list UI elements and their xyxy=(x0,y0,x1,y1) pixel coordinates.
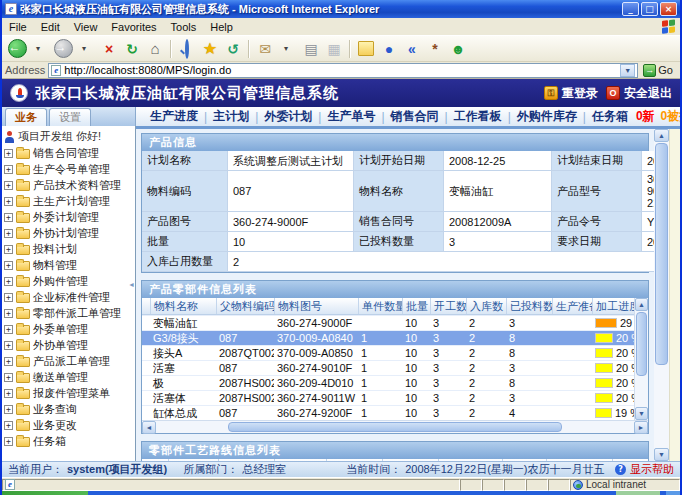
column-header[interactable]: 单件数量 xyxy=(358,298,402,314)
go-button[interactable]: → Go xyxy=(641,62,677,78)
table-row[interactable]: 接头A2087QT002370-009-A085011032820 % xyxy=(142,345,634,360)
taskbox-new-badge[interactable]: 0新 xyxy=(636,108,655,125)
relogin-button[interactable]: ⚿ 重登录 xyxy=(544,85,598,102)
sidebar-item[interactable]: +主生产计划管理 xyxy=(2,193,135,209)
expand-icon[interactable]: + xyxy=(4,421,13,430)
address-input[interactable]: e http://localhost:8080/MPS/login.do ▼ xyxy=(48,63,638,78)
table-row[interactable]: 极2087HS002360-209-4D01011032820 % xyxy=(142,375,634,390)
page-vertical-scrollbar[interactable]: ▲ ▼ xyxy=(654,129,669,461)
back-icon[interactable]: ← xyxy=(6,39,28,59)
table-row[interactable]: 活塞087360-274-9010F11032320 % xyxy=(142,360,634,375)
sidebar-item[interactable]: +生产令号单管理 xyxy=(2,161,135,177)
search-icon[interactable] xyxy=(176,39,198,59)
nav-item-6[interactable]: 工作看板 xyxy=(454,108,502,125)
column-header[interactable]: 批量 xyxy=(402,298,430,314)
close-button[interactable]: × xyxy=(660,2,677,16)
address-dropdown-icon[interactable]: ▼ xyxy=(620,64,635,77)
column-header[interactable]: 物料图号 xyxy=(274,298,358,314)
expand-icon[interactable]: + xyxy=(4,181,13,190)
parts-horizontal-scrollbar[interactable]: ◄ ► xyxy=(142,420,648,433)
splitter-collapse-icon[interactable]: ◄ xyxy=(128,281,135,288)
expand-icon[interactable]: + xyxy=(4,293,13,302)
column-header[interactable]: 已投料数 xyxy=(506,298,552,314)
column-header[interactable]: 物料名称 xyxy=(150,298,216,314)
sidebar-item[interactable]: +外购件管理 xyxy=(2,273,135,289)
sidebar-item[interactable]: +外协计划管理 xyxy=(2,225,135,241)
expand-icon[interactable]: + xyxy=(4,437,13,446)
nav-item-7[interactable]: 外购件库存 xyxy=(517,108,577,125)
sidebar-item[interactable]: +任务箱 xyxy=(2,433,135,449)
messenger-icon[interactable]: ☻ xyxy=(447,39,469,59)
scroll-left-icon[interactable]: ◄ xyxy=(142,421,156,434)
expand-icon[interactable]: + xyxy=(4,261,13,270)
sidebar-item[interactable]: +外协单管理 xyxy=(2,337,135,353)
sidebar-item[interactable]: +缴送单管理 xyxy=(2,369,135,385)
nav-item-8[interactable]: 任务箱 xyxy=(592,108,628,125)
sidebar-item[interactable]: +外委计划管理 xyxy=(2,209,135,225)
scroll-thumb[interactable] xyxy=(655,143,668,365)
discuss-icon[interactable]: « xyxy=(401,39,423,59)
column-header[interactable]: 入库数 xyxy=(466,298,506,314)
research-icon[interactable]: * xyxy=(424,39,446,59)
stop-icon[interactable]: × xyxy=(98,39,120,59)
refresh-icon[interactable]: ↻ xyxy=(121,39,143,59)
menu-file[interactable]: File xyxy=(2,21,34,33)
column-header[interactable]: 父物料编码 xyxy=(216,298,274,314)
column-header[interactable]: 加工进度 xyxy=(592,298,634,314)
sidebar-item[interactable]: +物料管理 xyxy=(2,257,135,273)
sidebar-item[interactable]: +业务查询 xyxy=(2,401,135,417)
sidebar-item[interactable]: +产品技术资料管理 xyxy=(2,177,135,193)
scroll-up-icon[interactable]: ▲ xyxy=(654,129,669,142)
sidebar-item[interactable]: +外委单管理 xyxy=(2,321,135,337)
taskbar-item[interactable] xyxy=(616,491,660,495)
expand-icon[interactable]: + xyxy=(4,213,13,222)
edit-icon[interactable]: ▦ xyxy=(323,39,345,59)
table-row[interactable]: G3/8接头087370-009-A084011032820 % xyxy=(142,330,634,345)
back-dropdown-icon[interactable]: ▾ xyxy=(29,39,51,59)
show-help-link[interactable]: 显示帮助 xyxy=(630,462,674,477)
menu-view[interactable]: View xyxy=(67,21,105,33)
sidebar-item[interactable]: +投料计划 xyxy=(2,241,135,257)
forward-dropdown-icon[interactable]: ▾ xyxy=(75,39,97,59)
expand-icon[interactable]: + xyxy=(4,165,13,174)
tab-settings[interactable]: 设置 xyxy=(49,108,91,126)
scroll-down-icon[interactable]: ▼ xyxy=(654,448,669,461)
expand-icon[interactable]: + xyxy=(4,389,13,398)
mail-icon[interactable]: ✉ xyxy=(254,39,276,59)
nav-item-5[interactable]: 销售合同 xyxy=(391,108,439,125)
sidebar-item[interactable]: +零部件派工单管理 xyxy=(2,305,135,321)
menu-tools[interactable]: Tools xyxy=(164,21,204,33)
expand-icon[interactable]: + xyxy=(4,197,13,206)
expand-icon[interactable]: + xyxy=(4,245,13,254)
history-icon[interactable]: ↺ xyxy=(222,39,244,59)
print-icon[interactable]: ▤ xyxy=(300,39,322,59)
expand-icon[interactable]: + xyxy=(4,325,13,334)
expand-icon[interactable]: + xyxy=(4,229,13,238)
forward-icon[interactable]: → xyxy=(52,39,74,59)
expand-icon[interactable]: + xyxy=(4,341,13,350)
scroll-up-icon[interactable]: ▲ xyxy=(635,298,648,311)
nav-item-3[interactable]: 外委计划 xyxy=(264,108,312,125)
scroll-thumb[interactable] xyxy=(636,312,647,376)
menu-favorites[interactable]: Favorites xyxy=(104,21,163,33)
sidebar-item[interactable]: +产品派工单管理 xyxy=(2,353,135,369)
table-row[interactable]: 缸体总成087360-274-9200F11032419 % xyxy=(142,405,634,420)
expand-icon[interactable]: + xyxy=(4,373,13,382)
logout-button[interactable]: O 安全退出 xyxy=(606,85,672,102)
tab-business[interactable]: 业务 xyxy=(5,108,47,126)
notes-icon[interactable] xyxy=(355,39,377,59)
maximize-button[interactable]: □ xyxy=(641,2,658,16)
favorites-icon[interactable]: ★ xyxy=(199,39,221,59)
sidebar-item[interactable]: +业务更改 xyxy=(2,417,135,433)
table-row[interactable]: 活塞体2087HS002360-274-9011W11032320 % xyxy=(142,390,634,405)
scroll-right-icon[interactable]: ► xyxy=(634,421,648,434)
nav-item-2[interactable]: 主计划 xyxy=(213,108,249,125)
table-row[interactable]: 变幅油缸360-274-9000F1032329 % xyxy=(142,315,634,330)
mail-dropdown-icon[interactable]: ▾ xyxy=(277,39,299,59)
column-header[interactable]: 开工数 xyxy=(430,298,466,314)
expand-icon[interactable]: + xyxy=(4,277,13,286)
scroll-thumb[interactable] xyxy=(228,422,563,432)
parts-vertical-scrollbar[interactable]: ▲ ▼ xyxy=(634,298,648,420)
nav-item-1[interactable]: 生产进度 xyxy=(150,108,198,125)
home-icon[interactable]: ⌂ xyxy=(144,39,166,59)
